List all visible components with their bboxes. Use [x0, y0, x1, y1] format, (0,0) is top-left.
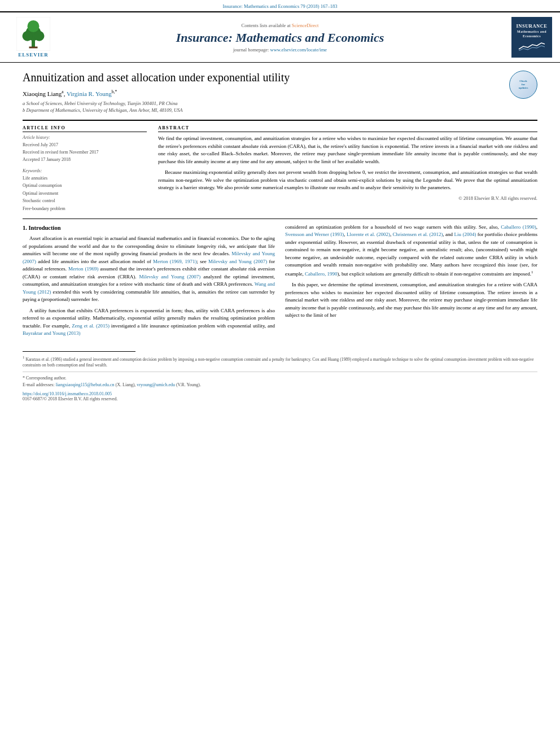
- christensen-link[interactable]: Christensen et al. (2012): [393, 231, 443, 237]
- revised-date: Received in revised form November 2017: [23, 149, 147, 156]
- body-divider: [23, 219, 537, 219]
- body-left-col: 1. Introduction Asset allocation is an e…: [23, 224, 275, 341]
- svg-point-4: [34, 31, 45, 41]
- authors-line: Xiaoqing Lianga, Virginia R. Youngb,*: [23, 89, 537, 97]
- insurance-badge-container: INSURANCE Mathematics and Economics: [501, 17, 552, 58]
- journal-homepage: journal homepage: www.elsevier.com/locat…: [59, 47, 501, 53]
- author-b-sup: b,*: [112, 89, 117, 94]
- copyright-line: © 2018 Elsevier B.V. All rights reserved…: [158, 195, 537, 201]
- merton-link-1[interactable]: Merton (1969, 1971): [153, 259, 196, 264]
- keywords-list: Life annuities Optimal consumption Optim…: [23, 174, 147, 213]
- abstract-header: ABSTRACT: [158, 125, 537, 132]
- email-info: E-mail addresses: liangxiaoqing115@hebut…: [23, 382, 537, 388]
- footnote-divider: [23, 351, 135, 352]
- received-date: Received July 2017: [23, 142, 147, 149]
- accepted-date: Accepted 17 January 2018: [23, 156, 147, 164]
- sciencedirect-link[interactable]: ScienceDirect: [292, 23, 319, 28]
- footnote-1: 1 Karatzas et al. (1986) studied a gener…: [23, 355, 537, 369]
- body-content: 1. Introduction Asset allocation is an e…: [23, 224, 537, 341]
- right-para-1: considered an optimization problem for a…: [285, 224, 537, 278]
- affiliations: a School of Sciences, Hebei University o…: [23, 100, 537, 115]
- kw-stochastic-control: Stochastic control: [23, 197, 147, 205]
- author-virginia[interactable]: Virginia R. Young: [67, 90, 112, 97]
- svg-point-3: [23, 31, 33, 41]
- article-history-label: Article history:: [23, 135, 147, 140]
- svensson-link[interactable]: Svensson and Werner (1993): [285, 231, 344, 237]
- kw-life-annuities: Life annuities: [23, 174, 147, 182]
- email2-link[interactable]: vryoung@umich.edu: [137, 382, 175, 387]
- kw-optimal-consumption: Optimal consumption: [23, 182, 147, 190]
- abstract-col: ABSTRACT We find the optimal investment,…: [158, 125, 537, 212]
- author-xiaoqing: Xiaoqing Liang: [23, 90, 62, 97]
- corresponding-label: * Corresponding author.: [23, 375, 537, 382]
- zeng-link[interactable]: Zeng et al. (2015): [72, 323, 110, 329]
- author-a-sup: a: [62, 89, 63, 94]
- footer-area: 1 Karatzas et al. (1986) studied a gener…: [0, 351, 560, 407]
- milevsky-young-link-3[interactable]: Milevsky and Young (2007): [139, 274, 200, 279]
- corresponding-section: * Corresponding author. E-mail addresses…: [23, 372, 537, 388]
- caballero-1990-link[interactable]: Caballero (1990): [501, 224, 536, 230]
- intro-para-1: Asset allocation is an essential topic i…: [23, 235, 275, 304]
- caballero-1990-link-2[interactable]: Caballero, 1990: [305, 271, 338, 277]
- main-content: Check for updates Annuitization and asse…: [0, 63, 560, 347]
- affil-b: b Department of Mathematics, University …: [23, 107, 537, 114]
- right-para-2: In this paper, we determine the optimal …: [285, 281, 537, 320]
- svg-rect-6: [29, 47, 38, 49]
- doi-link[interactable]: https://doi.org/10.1016/j.insmatheco.201…: [23, 391, 537, 396]
- badge-subtitle: Mathematics and Economics: [515, 30, 549, 38]
- milevsky-young-link-2[interactable]: Milevsky and Young (2007): [208, 259, 267, 264]
- abstract-para-1: We find the optimal investment, consumpt…: [158, 135, 537, 165]
- paper-title: Annuitization and asset allocation under…: [23, 71, 537, 85]
- bayraktar-link[interactable]: Bayraktar and Young (2013): [23, 330, 81, 336]
- issn-text: 0167-6687/© 2018 Elsevier B.V. All right…: [23, 396, 537, 401]
- svg-point-5: [28, 20, 40, 32]
- affil-a: a School of Sciences, Hebei University o…: [23, 100, 537, 107]
- elsevier-logo: ELSEVIER: [8, 17, 59, 58]
- abstract-text: We find the optimal investment, consumpt…: [158, 135, 537, 192]
- journal-header: ELSEVIER Contents lists available at Sci…: [0, 11, 560, 63]
- article-dates: Received July 2017 Received in revised f…: [23, 142, 147, 163]
- title-divider: [23, 120, 537, 121]
- fn1-marker: 1: [23, 355, 25, 360]
- body-right-col: considered an optimization problem for a…: [285, 224, 537, 341]
- abstract-para-2: Because maximizing exponential utility g…: [158, 169, 537, 192]
- keywords-label: Keywords:: [23, 168, 147, 173]
- merton-link-2[interactable]: Mer­ton (1969): [68, 266, 98, 272]
- liu-link[interactable]: Liu (2004): [454, 231, 476, 237]
- homepage-link[interactable]: www.elsevier.com/locate/ime: [270, 47, 327, 53]
- intro-para-2: A utility function that exhibits CARA pr…: [23, 307, 275, 338]
- intro-heading: 1. Introduction: [23, 224, 275, 233]
- badge-title: INSURANCE: [516, 24, 547, 29]
- check-updates-text: Check for updates: [519, 80, 528, 90]
- kw-optimal-investment: Optimal investment: [23, 190, 147, 198]
- journal-title: Insurance: Mathematics and Economics: [59, 30, 501, 45]
- llorente-link[interactable]: Llorente et al. (2002): [347, 231, 390, 237]
- journal-top-link: Insurance: Mathematics and Economics 79 …: [0, 0, 560, 11]
- wang-young-link[interactable]: Wang and Young (2012): [23, 281, 275, 295]
- check-for-updates-badge: Check for updates: [509, 71, 537, 99]
- insurance-journal-badge: INSURANCE Mathematics and Economics: [511, 17, 552, 58]
- journal-info-center: Contents lists available at ScienceDirec…: [59, 23, 501, 53]
- elsevier-tree-icon: [16, 17, 50, 51]
- email1-link[interactable]: liangxiaoqing115@hebut.edu.cn: [56, 382, 115, 387]
- article-info-abstract: ARTICLE INFO Article history: Received J…: [23, 125, 537, 212]
- article-info-header: ARTICLE INFO: [23, 125, 147, 132]
- kw-free-boundary: Free-boundary problem: [23, 205, 147, 213]
- contents-available: Contents lists available at ScienceDirec…: [59, 23, 501, 28]
- elsevier-text: ELSEVIER: [18, 52, 49, 58]
- article-info-col: ARTICLE INFO Article history: Received J…: [23, 125, 147, 212]
